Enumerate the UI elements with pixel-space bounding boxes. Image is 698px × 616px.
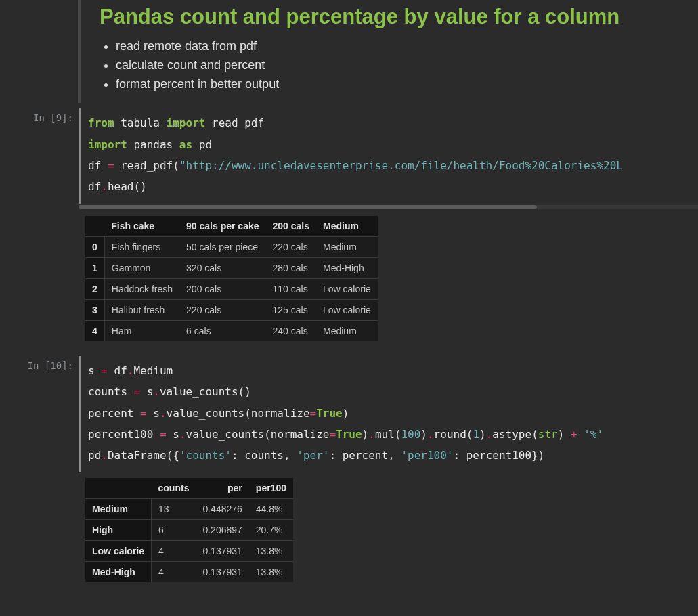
row-index: Medium: [85, 499, 152, 520]
cell: 280 cals: [266, 258, 317, 279]
table-row: 0 Fish fingers 50 cals per piece 220 cal…: [85, 237, 378, 258]
cell: 200 cals: [179, 279, 265, 300]
dataframe-table: counts per per100 Medium 13 0.448276 44.…: [85, 478, 293, 582]
cell: 220 cals: [179, 300, 265, 321]
cell: Low calorie: [316, 300, 378, 321]
cell: 0.448276: [196, 499, 248, 520]
table-header: Medium: [316, 216, 378, 237]
cell: 13.8%: [249, 562, 293, 583]
table-header: 200 cals: [266, 216, 317, 237]
table-header-blank: [85, 216, 104, 237]
table-body: 0 Fish fingers 50 cals per piece 220 cal…: [85, 237, 378, 342]
code-cell-1: In [9]: from tabula import read_pdf impo…: [0, 107, 698, 204]
cell: Medium: [316, 237, 378, 258]
cell: 220 cals: [266, 237, 317, 258]
cell: 110 cals: [266, 279, 317, 300]
row-index: 4: [85, 321, 104, 342]
cell-prompt: In [9]:: [0, 108, 79, 123]
table-header: per: [196, 478, 248, 499]
markdown-bullet: format percent in better output: [116, 75, 698, 94]
cell: 20.7%: [249, 520, 293, 541]
table-header-blank: [85, 478, 152, 499]
row-index: 0: [85, 237, 104, 258]
output-area-1: Fish cake 90 cals per cake 200 cals Medi…: [85, 216, 698, 341]
cell: 6: [152, 520, 196, 541]
table-row: Medium 13 0.448276 44.8%: [85, 499, 293, 520]
cell: Haddock fresh: [104, 279, 179, 300]
cell: 50 cals per piece: [179, 237, 265, 258]
table-row: 2 Haddock fresh 200 cals 110 cals Low ca…: [85, 279, 378, 300]
cell: Low calorie: [316, 279, 378, 300]
markdown-body[interactable]: Pandas count and percentage by value for…: [86, 0, 698, 103]
cell: 240 cals: [266, 321, 317, 342]
table-header: per100: [249, 478, 293, 499]
markdown-bullet: calculate count and percent: [116, 56, 698, 75]
markdown-prompt-area: [0, 0, 78, 103]
markdown-gutter: [78, 0, 81, 103]
scrollbar-thumb[interactable]: [79, 205, 537, 209]
table-header-row: counts per per100: [85, 478, 293, 499]
cell: 0.137931: [196, 541, 248, 562]
cell-prompt: In [10]:: [0, 356, 79, 371]
cell: Med-High: [316, 258, 378, 279]
table-row: 3 Halibut fresh 220 cals 125 cals Low ca…: [85, 300, 378, 321]
cell: 0.206897: [196, 520, 248, 541]
table-row: 1 Gammon 320 cals 280 cals Med-High: [85, 258, 378, 279]
row-index: High: [85, 520, 152, 541]
row-index: 3: [85, 300, 104, 321]
table-header: Fish cake: [104, 216, 179, 237]
table-header-row: Fish cake 90 cals per cake 200 cals Medi…: [85, 216, 378, 237]
cell: Halibut fresh: [104, 300, 179, 321]
horizontal-scrollbar[interactable]: [79, 205, 698, 209]
table-row: High 6 0.206897 20.7%: [85, 520, 293, 541]
cell: 320 cals: [179, 258, 265, 279]
code-input-area[interactable]: s = df.Medium counts = s.value_counts() …: [81, 356, 698, 472]
code-cell-2: In [10]: s = df.Medium counts = s.value_…: [0, 355, 698, 472]
markdown-title: Pandas count and percentage by value for…: [100, 4, 698, 30]
cell: 13.8%: [249, 541, 293, 562]
cell: Ham: [104, 321, 179, 342]
table-row: 4 Ham 6 cals 240 cals Medium: [85, 321, 378, 342]
code-input-area[interactable]: from tabula import read_pdf import panda…: [81, 108, 698, 204]
cell: 44.8%: [249, 499, 293, 520]
cell: Gammon: [104, 258, 179, 279]
cell: 6 cals: [179, 321, 265, 342]
output-area-2: counts per per100 Medium 13 0.448276 44.…: [85, 478, 698, 582]
table-header: 90 cals per cake: [179, 216, 265, 237]
markdown-list: read remote data from pdf calculate coun…: [100, 37, 698, 94]
cell: Fish fingers: [104, 237, 179, 258]
table-header: counts: [152, 478, 196, 499]
table-row: Low calorie 4 0.137931 13.8%: [85, 541, 293, 562]
row-index: Med-High: [85, 562, 152, 583]
cell: Medium: [316, 321, 378, 342]
cell: 4: [152, 562, 196, 583]
row-index: 1: [85, 258, 104, 279]
cell: 125 cals: [266, 300, 317, 321]
markdown-cell: Pandas count and percentage by value for…: [0, 0, 698, 103]
table-row: Med-High 4 0.137931 13.8%: [85, 562, 293, 583]
cell: 0.137931: [196, 562, 248, 583]
cell: 13: [152, 499, 196, 520]
dataframe-table: Fish cake 90 cals per cake 200 cals Medi…: [85, 216, 378, 341]
table-body: Medium 13 0.448276 44.8% High 6 0.206897…: [85, 499, 293, 583]
row-index: 2: [85, 279, 104, 300]
cell: 4: [152, 541, 196, 562]
markdown-bullet: read remote data from pdf: [116, 37, 698, 56]
row-index: Low calorie: [85, 541, 152, 562]
